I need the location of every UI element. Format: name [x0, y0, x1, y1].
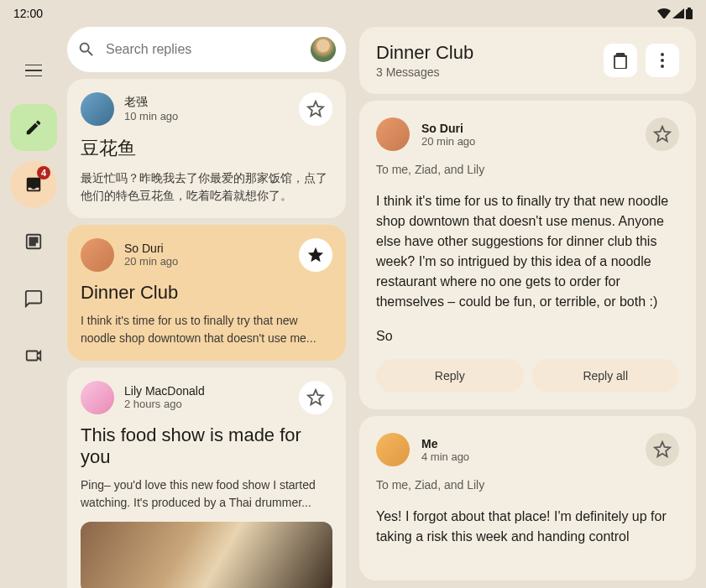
star-button[interactable]	[299, 92, 332, 126]
reply-button[interactable]: Reply	[376, 359, 524, 393]
star-button[interactable]	[299, 381, 332, 414]
nav-inbox[interactable]: 4	[10, 161, 57, 208]
pencil-icon	[24, 118, 43, 137]
svg-rect-0	[686, 9, 693, 19]
reply-all-button[interactable]: Reply all	[532, 359, 680, 393]
svg-point-4	[661, 65, 664, 68]
star-button[interactable]	[299, 238, 332, 272]
svg-point-3	[661, 59, 664, 62]
thread-time: 4 min ago	[421, 450, 634, 463]
wifi-icon	[657, 8, 671, 18]
video-icon	[24, 346, 43, 365]
star-button[interactable]	[646, 117, 679, 151]
message-excerpt: I think it's time for us to finally try …	[81, 312, 332, 347]
message-time: 10 min ago	[124, 110, 289, 122]
message-subject: 豆花鱼	[81, 136, 332, 161]
trash-icon	[613, 52, 628, 69]
nav-articles[interactable]	[10, 218, 57, 265]
article-icon	[24, 232, 43, 251]
signal-icon	[672, 8, 684, 18]
hamburger-icon	[25, 65, 42, 76]
message-subject: Dinner Club	[81, 282, 332, 304]
thread-body: Yes! I forgot about that place! I'm defi…	[376, 507, 679, 547]
search-bar[interactable]	[67, 27, 346, 72]
thread-title: Dinner Club	[376, 42, 473, 64]
search-input[interactable]	[106, 42, 301, 57]
thread-message: Me 4 min ago To me, Ziad, and Lily Yes! …	[359, 416, 696, 580]
message-card[interactable]: Lily MacDonald 2 hours ago This food sho…	[67, 367, 346, 588]
compose-button[interactable]	[10, 104, 57, 151]
thread-signature: So	[376, 329, 679, 344]
message-subject: This food show is made for you	[81, 424, 332, 468]
more-vert-icon	[661, 53, 664, 68]
profile-avatar[interactable]	[311, 37, 336, 62]
menu-button[interactable]	[10, 47, 57, 94]
battery-icon	[686, 8, 693, 19]
status-time: 12:00	[13, 7, 43, 20]
thread-header: Dinner Club 3 Messages	[359, 27, 696, 94]
thread-recipients: To me, Ziad, and Lily	[376, 163, 679, 176]
thread-count: 3 Messages	[376, 65, 473, 79]
message-time: 2 hours ago	[124, 398, 289, 410]
sender-avatar	[81, 381, 114, 414]
message-excerpt: Ping– you'd love this new food show I st…	[81, 476, 332, 512]
sender-name: So Duri	[124, 242, 289, 255]
nav-chat[interactable]	[10, 275, 57, 322]
message-attachment-image	[81, 522, 332, 588]
status-icons	[657, 8, 693, 19]
more-button[interactable]	[646, 44, 679, 77]
nav-video[interactable]	[10, 332, 57, 379]
thread-avatar	[376, 433, 410, 466]
chat-icon	[24, 289, 43, 308]
sender-name: 老强	[124, 95, 289, 110]
sender-name: Lily MacDonald	[124, 384, 289, 398]
svg-point-2	[661, 53, 664, 56]
search-icon	[77, 40, 96, 59]
message-excerpt: 最近忙吗？昨晚我去了你最爱的那家饭馆，点了他们的特色豆花鱼，吃着吃着就想你了。	[81, 169, 332, 205]
star-button[interactable]	[646, 433, 679, 466]
thread-recipients: To me, Ziad, and Lily	[376, 478, 679, 492]
thread-sender: Me	[421, 437, 634, 450]
sender-avatar	[81, 92, 114, 126]
inbox-badge: 4	[37, 166, 50, 180]
thread-message: So Duri 20 min ago To me, Ziad, and Lily…	[359, 101, 696, 409]
thread-sender: So Duri	[421, 122, 634, 135]
message-card[interactable]: 老强 10 min ago 豆花鱼 最近忙吗？昨晚我去了你最爱的那家饭馆，点了他…	[67, 79, 346, 218]
delete-button[interactable]	[604, 44, 637, 77]
sender-avatar	[81, 238, 114, 272]
thread-body: I think it's time for us to finally try …	[376, 191, 679, 312]
thread-time: 20 min ago	[421, 135, 634, 148]
svg-rect-1	[688, 8, 691, 9]
thread-avatar	[376, 117, 410, 151]
message-card[interactable]: So Duri 20 min ago Dinner Club I think i…	[67, 225, 346, 361]
message-time: 20 min ago	[124, 255, 289, 268]
